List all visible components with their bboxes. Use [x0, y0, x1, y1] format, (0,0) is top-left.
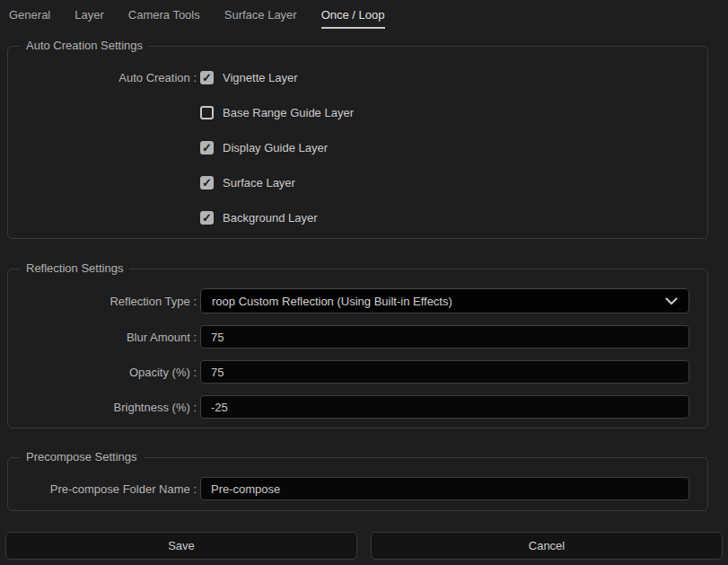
group-title: Reflection Settings	[20, 261, 129, 275]
auto-creation-label: Auto Creation :	[8, 71, 197, 84]
group-title: Precompose Settings	[20, 450, 144, 463]
precompose-settings-group: Precompose Settings Pre-compose Folder N…	[7, 457, 708, 511]
tab-bar: General Layer Camera Tools Surface Layer…	[0, 0, 728, 29]
reflection-type-row: Reflection Type : roop Custom Reflection…	[8, 288, 707, 313]
brightness-row: Brightness (%) :	[8, 395, 707, 419]
blur-amount-label: Blur Amount :	[8, 331, 197, 344]
checkbox-row: Base Range Guide Layer	[8, 106, 707, 119]
brightness-input[interactable]	[200, 395, 689, 419]
opacity-input[interactable]	[200, 360, 689, 384]
checkbox-vignette-layer[interactable]	[200, 71, 214, 84]
checkbox-label: Display Guide Layer	[223, 141, 328, 154]
checkbox-row: Display Guide Layer	[8, 141, 707, 154]
cancel-button[interactable]: Cancel	[371, 532, 723, 560]
tab-surface-layer[interactable]: Surface Layer	[224, 8, 297, 29]
tab-general[interactable]: General	[9, 8, 50, 29]
tab-once-loop[interactable]: Once / Loop	[321, 8, 385, 29]
checkbox-label: Background Layer	[223, 211, 318, 225]
reflection-type-label: Reflection Type :	[8, 295, 197, 308]
tab-camera-tools[interactable]: Camera Tools	[128, 8, 200, 29]
save-button[interactable]: Save	[5, 532, 357, 560]
reflection-settings-group: Reflection Settings Reflection Type : ro…	[7, 269, 708, 428]
group-title: Auto Creation Settings	[20, 39, 149, 52]
blur-amount-input[interactable]	[200, 325, 689, 349]
checkbox-label: Surface Layer	[223, 176, 295, 190]
tab-layer[interactable]: Layer	[75, 8, 104, 29]
precompose-folder-input[interactable]	[200, 477, 689, 500]
precompose-folder-row: Pre-compose Folder Name :	[8, 477, 707, 500]
checkbox-display-guide-layer[interactable]	[200, 141, 214, 154]
checkbox-row: Auto Creation : Vignette Layer	[8, 71, 707, 84]
dropdown-selected-value: roop Custom Reflection (Using Built-in E…	[212, 295, 452, 308]
chevron-down-icon	[665, 297, 678, 305]
checkbox-row: Background Layer	[8, 211, 707, 225]
button-row: Save Cancel	[0, 532, 728, 560]
checkbox-surface-layer[interactable]	[200, 176, 214, 190]
reflection-type-dropdown[interactable]: roop Custom Reflection (Using Built-in E…	[200, 288, 689, 313]
checkbox-label: Base Range Guide Layer	[223, 106, 354, 119]
checkbox-base-range-guide-layer[interactable]	[200, 106, 214, 119]
opacity-label: Opacity (%) :	[8, 366, 197, 379]
checkbox-row: Surface Layer	[8, 176, 707, 190]
blur-amount-row: Blur Amount :	[8, 325, 707, 349]
auto-creation-settings-group: Auto Creation Settings Auto Creation : V…	[7, 46, 708, 239]
checkbox-label: Vignette Layer	[223, 71, 298, 84]
brightness-label: Brightness (%) :	[8, 401, 197, 414]
opacity-row: Opacity (%) :	[8, 360, 707, 384]
checkbox-background-layer[interactable]	[200, 211, 214, 225]
precompose-folder-label: Pre-compose Folder Name :	[8, 482, 197, 496]
